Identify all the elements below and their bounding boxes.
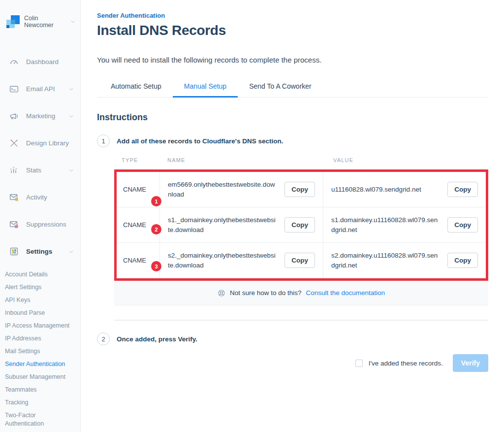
sidebar-item-sender-authentication[interactable]: Sender Authentication [5,358,75,370]
sidebar-item-two-factor-authentication[interactable]: Two-Factor Authentication [5,409,75,430]
annotation-badge-3: 3 [151,261,161,271]
section-divider [114,320,488,321]
sidebar-item-label: Stats [26,166,41,174]
step-1: 1 Add all of these records to Cloudflare… [97,134,504,147]
table-row: CNAME s1._domainkey.onlythebesttestwebsi… [117,207,486,243]
sidebar-item-inbound-parse[interactable]: Inbound Parse [5,306,75,319]
sidebar-item-settings[interactable]: Settings [0,238,80,265]
sidebar-item-ip-access-management[interactable]: IP Access Management [5,319,75,332]
column-header-type: TYPE [114,157,160,163]
copy-name-button[interactable]: Copy [284,253,315,268]
tab-send-to-a-coworker[interactable]: Send To A Coworker [238,75,323,97]
sidebar-item-teammates[interactable]: Teammates [5,383,75,396]
page-description: You will need to install the following r… [97,56,504,64]
dashboard-icon [9,57,20,67]
step-2-number: 2 [97,332,110,345]
table-row: CNAME s2._domainkey.onlythebesttestwebsi… [117,243,486,278]
settings-icon [9,246,20,257]
sidebar-item-suppressions[interactable]: Suppressions [0,211,80,238]
sidebar-item-activity[interactable]: Activity [0,184,80,211]
sidebar-item-subuser-management[interactable]: Subuser Management [5,370,75,383]
help-text: Not sure how to do this? [230,289,302,297]
step-1-number: 1 [97,134,110,147]
sidebar-item-api-keys[interactable]: API Keys [5,294,75,306]
chevron-down-icon [69,114,74,119]
dns-records-table: TYPE NAME VALUE CNAME em5669.onlythebest… [114,157,488,281]
breadcrumb-sender-authentication[interactable]: Sender Authentication [97,12,165,19]
chevron-down-icon [73,222,74,227]
records-added-checkbox-label: I've added these records. [369,360,443,367]
chevron-down-icon [69,168,74,173]
sidebar-item-design-library[interactable]: Design Library [0,130,80,157]
record-name: em5669.onlythebesttestwebsite.download [168,180,276,199]
column-header-name: NAME [160,157,326,163]
activity-icon [9,192,20,203]
table-row: CNAME em5669.onlythebesttestwebsite.down… [117,172,486,207]
chevron-down-icon [70,19,75,24]
copy-value-button[interactable]: Copy [447,182,478,197]
annotation-badge-1: 1 [151,196,161,206]
sidebar-item-label: Design Library [26,139,69,147]
suppressions-icon [9,219,20,230]
record-name: s2._domainkey.onlythebesttestwebsite.dow… [168,251,276,270]
sidebar: Colin Newcomer Dashboard Email API Marke… [0,0,81,432]
sidebar-item-alert-settings[interactable]: Alert Settings [5,281,75,294]
sidebar-item-tracking[interactable]: Tracking [5,396,75,409]
annotation-badge-2: 2 [151,224,161,234]
record-value: u11160828.wl079.sendgrid.net [331,185,439,195]
tab-automatic-setup[interactable]: Automatic Setup [99,75,173,97]
verify-button[interactable]: Verify [453,354,488,372]
sidebar-item-label: Suppressions [26,221,66,228]
sidebar-item-mail-settings[interactable]: Mail Settings [5,345,75,358]
table-header: TYPE NAME VALUE [114,157,488,169]
life-buoy-icon [218,289,225,297]
copy-name-button[interactable]: Copy [284,217,315,233]
instructions-heading: Instructions [97,112,504,123]
sidebar-item-label: Email API [26,85,55,93]
sidebar-item-label: Settings [26,248,52,255]
account-name: Colin Newcomer [24,15,66,29]
step-2-text: Once added, press Verify. [117,335,197,343]
sidebar-item-account-details[interactable]: Account Details [5,268,75,281]
chevron-down-icon [69,87,74,92]
account-menu[interactable]: Colin Newcomer [0,15,80,29]
sidebar-item-label: Marketing [26,112,55,120]
copy-name-button[interactable]: Copy [284,182,315,197]
marketing-icon [9,111,20,122]
sidebar-item-label: Activity [26,194,47,201]
record-name: s1._domainkey.onlythebesttestwebsite.dow… [168,215,276,234]
sidebar-item-email-api[interactable]: Email API [0,75,80,102]
sidebar-item-ip-addresses[interactable]: IP Addresses [5,332,75,345]
column-header-value: VALUE [326,157,488,163]
step-1-text: Add all of these records to Cloudflare's… [117,137,284,145]
chevron-down-icon [69,249,74,254]
design-library-icon [9,138,20,149]
documentation-help-bar: Not sure how to do this? Consult the doc… [114,281,488,305]
sendgrid-logo-icon [6,15,20,29]
records-added-checkbox[interactable] [355,360,363,367]
sidebar-item-stats[interactable]: Stats [0,157,80,184]
annotation-highlight-box: CNAME em5669.onlythebesttestwebsite.down… [114,169,488,281]
copy-value-button[interactable]: Copy [447,217,478,233]
sidebar-item-label: Dashboard [26,58,59,66]
stats-icon [9,165,20,176]
sidebar-item-dashboard[interactable]: Dashboard [0,48,80,75]
settings-submenu: Account Details Alert Settings API Keys … [0,268,80,430]
main-content: Sender Authentication Install DNS Record… [81,0,504,432]
record-value: s1.domainkey.u11160828.wl079.sendgrid.ne… [331,215,439,234]
step-2: 2 Once added, press Verify. [97,332,504,345]
copy-value-button[interactable]: Copy [447,253,478,268]
record-type: CNAME [117,243,160,278]
verify-controls: I've added these records. Verify [97,354,488,372]
record-value: s2.domainkey.u11160828.wl079.sendgrid.ne… [331,251,439,270]
sidebar-nav: Dashboard Email API Marketing Design Lib… [0,48,80,265]
setup-tabs: Automatic Setup Manual Setup Send To A C… [97,75,488,98]
page-title: Install DNS Records [97,23,504,38]
documentation-link[interactable]: Consult the documentation [306,289,385,297]
tab-manual-setup[interactable]: Manual Setup [173,75,238,97]
email-api-icon [9,84,20,95]
sidebar-item-marketing[interactable]: Marketing [0,102,80,130]
